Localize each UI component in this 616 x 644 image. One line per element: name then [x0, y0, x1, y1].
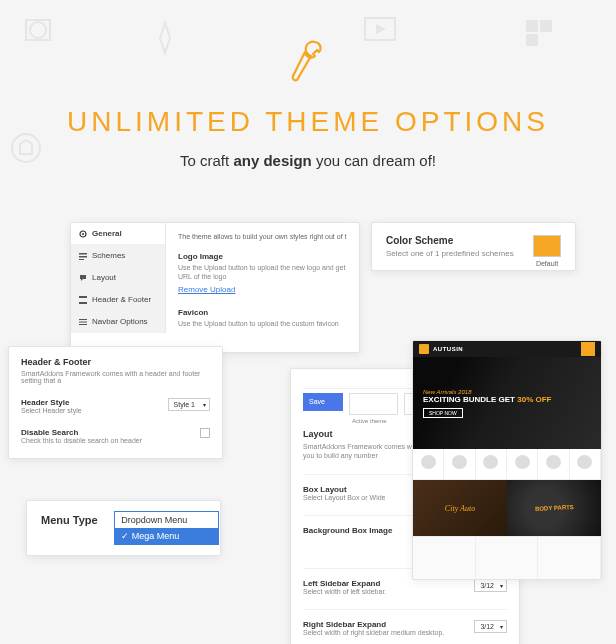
option-logo-image: Logo Image Use the Upload button to uplo…	[178, 252, 347, 294]
row-label: Disable Search	[21, 428, 142, 437]
list-icon	[79, 252, 87, 260]
strip-cell	[413, 537, 476, 580]
color-scheme-card: Color Scheme Select one of 1 predefined …	[371, 222, 576, 271]
row-right-sidebar: Right Sidebar Expand Select width of rig…	[303, 609, 507, 636]
hero-cta-button: SHOP NOW	[423, 408, 463, 418]
svg-rect-15	[79, 319, 87, 320]
wrench-icon	[289, 36, 327, 88]
card-title: Header & Footer	[21, 357, 210, 367]
page-header: UNLIMITED THEME OPTIONS To craft any des…	[0, 0, 616, 169]
card-subtitle: SmartAddons Framework comes with a heade…	[21, 370, 210, 384]
svg-rect-16	[79, 321, 87, 322]
theme-options-panel: General Schemes Layout Header & Footer N…	[70, 222, 360, 353]
theme-thumbnail[interactable]: Active theme	[349, 393, 398, 415]
cart-icon	[581, 342, 595, 356]
tab-schemes[interactable]: Schemes	[71, 245, 165, 267]
option-title: Favicon	[178, 308, 347, 317]
svg-rect-12	[79, 259, 84, 260]
menu-icon	[79, 318, 87, 326]
tab-content: The theme allows to build your own style…	[166, 223, 359, 352]
svg-rect-14	[79, 302, 87, 304]
product-thumb	[413, 449, 444, 479]
svg-rect-11	[79, 256, 87, 258]
tab-label: Layout	[92, 273, 116, 282]
tab-navbar-options[interactable]: Navbar Options	[71, 311, 165, 333]
tab-layout[interactable]: Layout	[71, 267, 165, 289]
tab-header-footer[interactable]: Header & Footer	[71, 289, 165, 311]
row-header-style: Header Style Select Header style Style 1	[21, 398, 210, 414]
svg-point-9	[82, 233, 84, 235]
remove-upload-link[interactable]: Remove Upload	[178, 285, 235, 294]
tab-label: Schemes	[92, 251, 125, 260]
bottom-strip	[413, 536, 601, 580]
option-title: Logo Image	[178, 252, 347, 261]
row-label: Box Layout	[303, 485, 386, 494]
tab-label: General	[92, 229, 122, 238]
tab-general[interactable]: General	[71, 223, 165, 245]
preview-hero: New Arrivals 2018 EXCITING BUNDLE GET 30…	[413, 357, 601, 449]
disable-search-checkbox[interactable]	[200, 428, 210, 438]
product-thumb	[570, 449, 601, 479]
banner-city-auto: City Auto	[413, 480, 507, 536]
menu-type-card: Menu Type Dropdown Menu Mega Menu	[26, 500, 221, 556]
row-desc: Select Header style	[21, 407, 82, 414]
tab-label: Header & Footer	[92, 295, 151, 304]
product-thumb	[538, 449, 569, 479]
page-title: UNLIMITED THEME OPTIONS	[0, 106, 616, 138]
swatch-label: Default	[533, 260, 561, 267]
option-desc: Use the Upload button to upload the cust…	[178, 319, 347, 328]
row-desc: Select Layout Box or Wide	[303, 494, 386, 501]
menu-type-dropdown[interactable]: Dropdown Menu Mega Menu	[114, 511, 219, 545]
product-thumb	[476, 449, 507, 479]
theme-caption: Active theme	[352, 418, 387, 424]
svg-rect-17	[79, 324, 87, 325]
save-button[interactable]: Save	[303, 393, 343, 411]
right-sidebar-select[interactable]: 3/12	[474, 620, 507, 633]
preview-logo-icon	[419, 344, 429, 354]
banner-body-parts: BODY PARTS	[507, 480, 601, 536]
strip-cell	[476, 537, 539, 580]
header-style-select[interactable]: Style 1	[168, 398, 210, 411]
preview-navbar: AUTUSIN	[413, 341, 601, 357]
row-label: Background Box Image	[303, 526, 392, 535]
hero-title: EXCITING BUNDLE GET 30% OFF	[423, 395, 601, 404]
row-desc: Select width of left sidebar.	[303, 588, 386, 595]
gear-icon	[79, 230, 87, 238]
svg-rect-10	[79, 253, 87, 255]
product-strip	[413, 449, 601, 480]
tab-intro-text: The theme allows to build your own style…	[178, 233, 347, 240]
product-thumb	[507, 449, 538, 479]
option-desc: Use the Upload button to upload the new …	[178, 263, 347, 281]
svg-rect-13	[79, 296, 87, 298]
row-disable-search: Disable Search Check this to disable sea…	[21, 428, 210, 444]
strip-cell	[538, 537, 601, 580]
row-desc: Check this to disable search on header	[21, 437, 142, 444]
chat-icon	[79, 274, 87, 282]
row-label: Right Sidebar Expand	[303, 620, 444, 629]
preview-brand: AUTUSIN	[433, 346, 463, 352]
page-subtitle: To craft any design you can dream of!	[0, 152, 616, 169]
dropdown-option-selected[interactable]: Mega Menu	[115, 528, 218, 544]
product-thumb	[444, 449, 475, 479]
row-desc: Select width of right sidebar medium des…	[303, 629, 444, 636]
site-preview: AUTUSIN New Arrivals 2018 EXCITING BUNDL…	[412, 340, 602, 580]
color-swatch	[533, 235, 561, 257]
dropdown-option[interactable]: Dropdown Menu	[115, 512, 218, 528]
menu-type-label: Menu Type	[41, 514, 98, 526]
options-tab-list: General Schemes Layout Header & Footer N…	[71, 223, 166, 333]
layout-icon	[79, 296, 87, 304]
color-swatch-option[interactable]: Default	[533, 235, 561, 267]
tab-label: Navbar Options	[92, 317, 148, 326]
row-label: Left Sidebar Expand	[303, 579, 386, 588]
row-label: Header Style	[21, 398, 82, 407]
left-sidebar-select[interactable]: 3/12	[474, 579, 507, 592]
header-footer-card: Header & Footer SmartAddons Framework co…	[8, 346, 223, 459]
banner-row: City Auto BODY PARTS	[413, 480, 601, 536]
option-favicon: Favicon Use the Upload button to upload …	[178, 308, 347, 328]
